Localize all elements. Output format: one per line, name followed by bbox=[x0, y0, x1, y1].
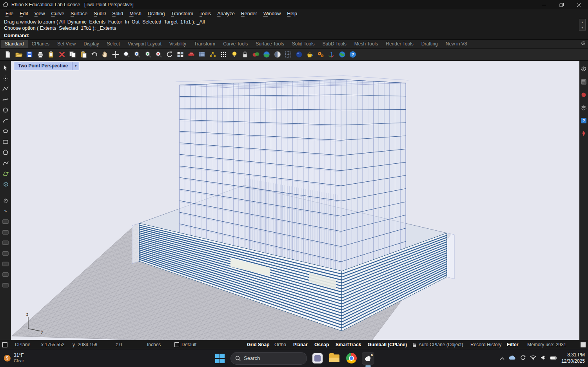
ellipse-button[interactable] bbox=[2, 127, 9, 135]
taskbar-weather-widget[interactable]: 5 31°F Clear bbox=[4, 349, 24, 367]
menu-item-transform[interactable]: Transform bbox=[168, 10, 197, 17]
layer-button[interactable]: Default bbox=[174, 340, 196, 349]
onedrive-cloud-icon[interactable] bbox=[509, 355, 516, 361]
viewport-title-tab[interactable]: Two Point Perspective bbox=[14, 62, 72, 70]
new-file-button[interactable] bbox=[4, 50, 12, 59]
wifi-icon[interactable] bbox=[530, 355, 536, 362]
grid-settings-button[interactable] bbox=[284, 50, 292, 59]
close-button[interactable] bbox=[570, 0, 588, 9]
menu-item-file[interactable]: File bbox=[2, 10, 16, 17]
menu-item-curve[interactable]: Curve bbox=[48, 10, 67, 17]
arc-button[interactable] bbox=[2, 117, 9, 125]
control-point-curve-button[interactable] bbox=[2, 96, 9, 103]
tab-subd-tools[interactable]: SubD Tools bbox=[319, 40, 350, 48]
toggle-ortho[interactable]: Ortho bbox=[274, 340, 286, 349]
toolbar-options-gear-icon[interactable] bbox=[581, 40, 586, 47]
shaded-viewport-button[interactable] bbox=[273, 50, 282, 59]
properties-panel-button[interactable] bbox=[580, 78, 587, 85]
command-prompt[interactable]: Command: bbox=[0, 32, 588, 40]
lock-objects-button[interactable] bbox=[241, 50, 249, 59]
file-explorer-button[interactable] bbox=[328, 352, 341, 365]
panel-slot[interactable] bbox=[2, 228, 9, 236]
tab-surface-tools[interactable]: Surface Tools bbox=[252, 40, 288, 48]
toggle-auto-cplane-object[interactable]: Auto CPlane (Object) bbox=[419, 340, 463, 349]
named-cplanes-button[interactable] bbox=[198, 50, 206, 59]
menu-item-edit[interactable]: Edit bbox=[16, 10, 31, 17]
tab-display[interactable]: Display bbox=[80, 40, 103, 48]
command-history-spinner[interactable]: ▲▼ bbox=[579, 19, 586, 31]
toggle-planar[interactable]: Planar bbox=[293, 340, 308, 349]
panel-slot[interactable] bbox=[2, 271, 9, 278]
maximize-button[interactable] bbox=[553, 0, 570, 9]
lamp-button[interactable] bbox=[230, 50, 239, 59]
set-view-button[interactable] bbox=[187, 50, 196, 59]
paste-button[interactable] bbox=[79, 50, 88, 59]
tab-set-view[interactable]: Set View bbox=[53, 40, 80, 48]
tab-solid-tools[interactable]: Solid Tools bbox=[288, 40, 319, 48]
toggle-filter[interactable]: Filter bbox=[507, 340, 518, 349]
solid-button[interactable] bbox=[2, 180, 9, 188]
spinner-down-icon[interactable]: ▼ bbox=[581, 26, 584, 29]
move-button[interactable] bbox=[111, 50, 120, 59]
minimize-button[interactable] bbox=[535, 0, 553, 9]
toggle-gumball-cplane[interactable]: Gumball (CPlane) bbox=[368, 340, 407, 349]
polyline-button[interactable] bbox=[2, 85, 9, 93]
chrome-button[interactable] bbox=[345, 352, 358, 365]
panel-slot[interactable] bbox=[2, 260, 9, 268]
points-on-button[interactable] bbox=[219, 50, 228, 59]
pin-tool-button[interactable] bbox=[580, 130, 587, 137]
menu-item-subd[interactable]: SubD bbox=[91, 10, 109, 17]
zoom-window-button[interactable] bbox=[133, 50, 142, 59]
gumball-button[interactable] bbox=[327, 50, 336, 59]
panel-slot[interactable] bbox=[2, 218, 9, 226]
statusbar-right-square[interactable] bbox=[581, 340, 586, 349]
dock-gear-icon[interactable] bbox=[2, 197, 9, 204]
units-label[interactable]: Inches bbox=[147, 340, 161, 349]
render-sphere-button[interactable] bbox=[295, 50, 303, 59]
menu-item-tools[interactable]: Tools bbox=[196, 10, 214, 17]
surface-button[interactable] bbox=[2, 170, 9, 177]
panel-slot[interactable] bbox=[2, 281, 9, 289]
zoom-dynamic-button[interactable] bbox=[122, 50, 131, 59]
command-history[interactable]: ▲▼ Drag a window to zoom ( All Dynamic E… bbox=[0, 18, 588, 32]
start-button[interactable] bbox=[214, 352, 226, 365]
save-button[interactable] bbox=[25, 50, 34, 59]
tab-new-in-v8[interactable]: New in V8 bbox=[442, 40, 471, 48]
tab-transform[interactable]: Transform bbox=[190, 40, 219, 48]
volume-icon[interactable] bbox=[541, 355, 546, 361]
viewport-menu-arrow[interactable]: ▼ bbox=[72, 62, 79, 70]
open-file-button[interactable] bbox=[15, 50, 23, 59]
undo-button[interactable] bbox=[90, 50, 98, 59]
tab-drafting[interactable]: Drafting bbox=[417, 40, 442, 48]
tab-visibility[interactable]: Visibility bbox=[165, 40, 190, 48]
earth-anchor-point-button[interactable] bbox=[338, 50, 347, 59]
help-button[interactable]: ? bbox=[348, 50, 357, 59]
menu-item-view[interactable]: View bbox=[31, 10, 48, 17]
menu-item-analyze[interactable]: Analyze bbox=[214, 10, 238, 17]
point-button[interactable] bbox=[2, 74, 9, 82]
tab-select[interactable]: Select bbox=[103, 40, 124, 48]
freeform-curve-button[interactable] bbox=[2, 159, 9, 167]
rotate-view-button[interactable] bbox=[165, 50, 174, 59]
toggle-osnap[interactable]: Osnap bbox=[314, 340, 329, 349]
panel-slot[interactable] bbox=[2, 249, 9, 257]
menu-item-help[interactable]: Help bbox=[284, 10, 300, 17]
rectangle-button[interactable] bbox=[2, 138, 9, 146]
cplane-menu-button[interactable]: CPlane bbox=[15, 340, 30, 349]
tab-cplanes[interactable]: CPlanes bbox=[28, 40, 53, 48]
menu-item-surface[interactable]: Surface bbox=[67, 10, 91, 17]
toggle-record-history[interactable]: Record History bbox=[470, 340, 501, 349]
options-button[interactable] bbox=[316, 50, 325, 59]
pan-view-button[interactable] bbox=[101, 50, 109, 59]
record-button-button[interactable] bbox=[580, 91, 587, 98]
menu-item-mesh[interactable]: Mesh bbox=[126, 10, 145, 17]
toggle-grid-snap[interactable]: Grid Snap bbox=[247, 340, 269, 349]
tab-render-tools[interactable]: Render Tools bbox=[382, 40, 417, 48]
polygon-button[interactable] bbox=[2, 148, 9, 156]
circle-button[interactable] bbox=[2, 106, 9, 114]
select-pointer-button[interactable] bbox=[2, 64, 9, 72]
dock-more-chevron-icon[interactable]: » bbox=[2, 207, 9, 215]
tab-standard[interactable]: Standard bbox=[1, 40, 28, 48]
layer-state-button[interactable] bbox=[252, 50, 260, 59]
render-button[interactable] bbox=[262, 50, 271, 59]
